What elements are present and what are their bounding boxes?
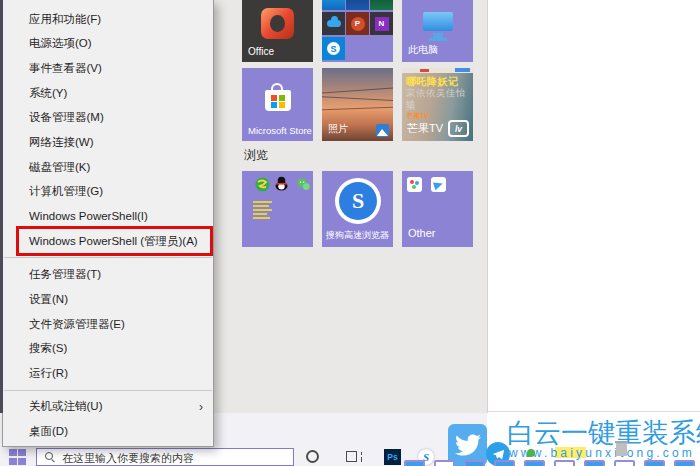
colorful-app-icon	[407, 177, 422, 192]
menu-item-task-manager[interactable]: 任务管理器(T)	[3, 262, 213, 287]
menu-item-powershell[interactable]: Windows PowerShell(I)	[3, 204, 213, 229]
menu-item-shutdown-signout[interactable]: 关机或注销(U)›	[3, 395, 213, 420]
tile-other-label: Other	[408, 227, 436, 239]
onedrive-icon[interactable]	[322, 12, 345, 35]
menu-item-apps-features[interactable]: 应用和功能(F)	[3, 7, 213, 32]
menu-item-label: 应用和功能(F)	[29, 12, 101, 27]
menu-item-label: Windows PowerShell (管理员)(A)	[29, 234, 198, 249]
monitor-icon	[423, 12, 453, 31]
watermark-url: www.baiyunxitong.com	[509, 446, 695, 460]
taskbar-search-input[interactable]: 在这里输入你要搜索的内容	[36, 448, 294, 466]
menu-item-label: 计算机管理(G)	[29, 184, 103, 199]
menu-item-label: 电源选项(O)	[29, 36, 92, 51]
menu-item-label: 搜索(S)	[29, 341, 67, 356]
onenote-letter: N	[375, 17, 389, 31]
powerpoint-letter: P	[351, 17, 365, 31]
blue-bird-app-icon	[431, 177, 446, 192]
watermark-trash-icon	[616, 444, 627, 456]
menu-item-settings[interactable]: 设置(N)	[3, 287, 213, 312]
tile-office-label: Office	[248, 46, 274, 57]
search-icon	[45, 452, 53, 460]
search-placeholder: 在这里输入你要搜索的内容	[62, 451, 194, 466]
cropped-tile	[494, 460, 515, 466]
menu-item-event-viewer[interactable]: 事件查看器(V)	[3, 56, 213, 81]
menu-item-network-connections[interactable]: 网络连接(W)	[3, 130, 213, 155]
menu-item-label: 网络连接(W)	[29, 135, 94, 150]
menu-item-desktop[interactable]: 桌面(D)	[3, 419, 213, 444]
cropped-tile	[614, 460, 635, 466]
menu-item-power-options[interactable]: 电源选项(O)	[3, 32, 213, 57]
start-menu-dark-rail	[0, 0, 3, 413]
mango-overlay-line2: 蒙依依吴佳怡集	[406, 87, 473, 113]
globe-icon	[255, 177, 270, 192]
menu-separator	[4, 257, 212, 258]
menu-item-label: 任务管理器(T)	[29, 267, 101, 282]
list-lines-icon	[253, 201, 272, 221]
word-icon[interactable]	[346, 0, 369, 10]
photos-app-icon	[376, 124, 389, 137]
watermark-leaf-icon	[527, 449, 535, 457]
browse-section-header: 浏览	[244, 147, 268, 164]
tile-browse-group[interactable]	[242, 171, 313, 247]
menu-item-label: 设置(N)	[29, 292, 68, 307]
menu-item-system[interactable]: 系统(Y)	[3, 81, 213, 106]
skype-icon[interactable]: S	[322, 37, 345, 60]
menu-item-label: 设备管理器(M)	[29, 110, 104, 125]
tile-office[interactable]: Office	[242, 0, 313, 62]
onenote-icon[interactable]: N	[370, 12, 393, 35]
tile-sogou-browser[interactable]: S 搜狗高速浏览器	[322, 171, 393, 247]
page-divider-line	[488, 411, 700, 412]
menu-item-disk-management[interactable]: 磁盘管理(K)	[3, 155, 213, 180]
excel-icon[interactable]	[370, 0, 393, 10]
start-button[interactable]	[9, 449, 26, 465]
menu-item-computer-management[interactable]: 计算机管理(G)	[3, 179, 213, 204]
photoshop-icon[interactable]: Ps	[384, 449, 401, 465]
menu-item-file-explorer[interactable]: 文件资源管理器(E)	[3, 312, 213, 337]
menu-item-label: 关机或注销(U)	[29, 399, 102, 414]
cropped-tile	[554, 460, 575, 466]
menu-item-label: 运行(R)	[29, 366, 68, 381]
cropped-tile	[584, 460, 605, 466]
cropped-tile	[434, 460, 455, 466]
cropped-tile	[404, 460, 425, 466]
mango-video-strip	[402, 68, 473, 73]
screenshot-root: Office P N S 此电脑 Microsoft Store	[0, 0, 700, 466]
powerpoint-icon[interactable]: P	[346, 12, 369, 35]
task-view-icon[interactable]	[346, 450, 362, 464]
tile-sogou-label: 搜狗高速浏览器	[322, 229, 393, 242]
submenu-chevron-icon: ›	[199, 400, 203, 414]
menu-separator	[4, 390, 212, 391]
tile-other[interactable]: Other	[402, 171, 473, 247]
start-menu-right-edge	[487, 0, 488, 413]
menu-item-run[interactable]: 运行(R)	[3, 361, 213, 386]
wechat-icon	[297, 178, 310, 191]
tile-photos[interactable]: 照片	[322, 68, 393, 141]
store-bag-icon	[265, 90, 291, 111]
menu-item-device-manager[interactable]: 设备管理器(M)	[3, 106, 213, 131]
outlook-icon[interactable]	[322, 0, 345, 10]
tile-microsoft-store[interactable]: Microsoft Store	[242, 68, 313, 141]
menu-item-label: Windows PowerShell(I)	[29, 210, 148, 222]
menu-item-label: 桌面(D)	[29, 424, 68, 439]
mango-overlay-line3: 结	[406, 98, 416, 111]
tile-store-label: Microsoft Store	[248, 125, 312, 136]
menu-item-label: 系统(Y)	[29, 86, 67, 101]
menu-item-powershell-admin[interactable]: Windows PowerShell (管理员)(A)	[3, 229, 213, 254]
tile-this-pc[interactable]: 此电脑	[402, 0, 473, 62]
winx-menu: 应用和功能(F)电源选项(O)事件查看器(V)系统(Y)设备管理器(M)网络连接…	[2, 0, 214, 447]
cortana-icon[interactable]	[306, 450, 319, 463]
cropped-tile	[524, 460, 545, 466]
menu-item-label: 文件资源管理器(E)	[29, 317, 125, 332]
menu-item-label: 磁盘管理(K)	[29, 160, 90, 175]
mango-orange-badge: 芒果TV	[407, 112, 428, 121]
tile-this-pc-label: 此电脑	[408, 43, 438, 57]
skype-letter: S	[327, 42, 340, 55]
tile-mango-tv[interactable]: 哪吒降妖记 蒙依依吴佳怡集 结 芒果TV 芒果TV lv	[402, 68, 473, 141]
cropped-tile	[464, 460, 485, 466]
cropped-tile	[644, 460, 665, 466]
qq-icon	[274, 176, 289, 191]
tile-office-apps-group[interactable]: P N S	[322, 0, 393, 62]
tile-photos-label: 照片	[328, 122, 348, 136]
menu-item-search[interactable]: 搜索(S)	[3, 336, 213, 361]
sogou-logo-icon: S	[335, 178, 381, 224]
